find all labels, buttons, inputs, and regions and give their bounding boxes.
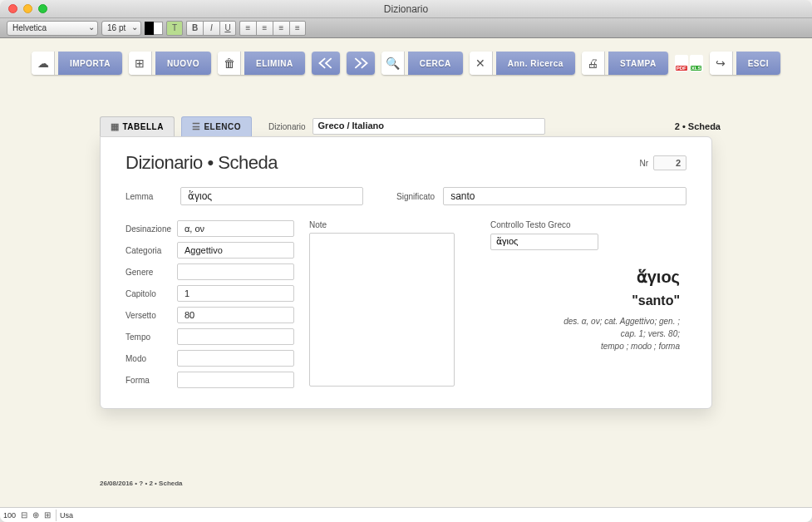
categoria-label: Categoria: [125, 246, 172, 255]
lemma-label: Lemma: [125, 192, 172, 201]
categoria-input[interactable]: [177, 242, 294, 259]
desinazione-input[interactable]: [177, 220, 294, 237]
double-arrow-left-icon: [317, 57, 334, 70]
zoom-reset-icon[interactable]: ⊕: [31, 510, 41, 520]
preview-column: Controllo Testo Greco ἅγιος "santo" des.…: [490, 220, 687, 388]
modo-label: Modo: [125, 354, 172, 363]
nr-field[interactable]: 2: [653, 155, 687, 170]
desinazione-label: Desinazione: [125, 224, 172, 234]
export-icons: [675, 52, 703, 75]
lemma-input[interactable]: [180, 187, 363, 205]
align-left-button[interactable]: ≡: [239, 21, 256, 36]
export-pdf-icon[interactable]: [675, 55, 688, 71]
preview-lemma: ἅγιος: [490, 267, 680, 287]
titlebar: Dizionario: [0, 0, 812, 18]
elimina-button[interactable]: 🗑 ELIMINA: [218, 52, 305, 75]
preview-translation: "santo": [490, 293, 680, 308]
zoom-out-icon[interactable]: ⊟: [19, 510, 29, 520]
preview-meta: des. α, ον; cat. Aggettivo; gen. ; cap. …: [490, 315, 680, 352]
card-title: Dizionario • Scheda: [125, 152, 278, 174]
nuovo-button[interactable]: ⊞ NUOVO: [129, 52, 211, 75]
columns: Desinazione Categoria Genere Capitolo Ve…: [125, 220, 687, 388]
note-column: Note: [309, 220, 475, 388]
traffic-lights: [0, 4, 47, 13]
style-group: B I U: [186, 21, 236, 36]
font-select[interactable]: Helvetica: [7, 21, 98, 36]
align-right-button[interactable]: ≡: [273, 21, 289, 36]
forma-label: Forma: [125, 376, 172, 385]
window-title: Dizionario: [384, 3, 428, 15]
exit-icon: ↪: [710, 52, 733, 75]
tempo-label: Tempo: [125, 332, 172, 342]
tab-elenco[interactable]: ☰ ELENCO: [181, 116, 252, 136]
fill-color-icon: [154, 22, 164, 35]
color-swatch[interactable]: [145, 22, 163, 35]
nr-label: Nr: [639, 159, 648, 168]
footer-meta: 26/08/2016 • ? • 2 • Scheda: [100, 480, 183, 487]
capitolo-label: Capitolo: [125, 289, 172, 298]
dict-label: Dizionario: [268, 122, 305, 131]
modo-input[interactable]: [177, 350, 294, 367]
print-icon: 🖨: [582, 52, 605, 75]
ann-ricerca-button[interactable]: ✕ Ann. Ricerca: [470, 52, 575, 75]
zoom-controls: ⊟ ⊕ ⊞: [19, 510, 52, 520]
note-label: Note: [309, 220, 356, 229]
capitolo-input[interactable]: [177, 285, 294, 302]
zoom-in-icon[interactable]: ⊞: [42, 510, 52, 520]
genere-input[interactable]: [177, 263, 294, 280]
align-group: ≡ ≡ ≡ ≡: [239, 21, 306, 36]
genere-label: Genere: [125, 268, 172, 277]
italic-button[interactable]: I: [203, 21, 219, 36]
stampa-button[interactable]: 🖨 STAMPA: [582, 52, 668, 75]
controllo-label: Controllo Testo Greco: [490, 220, 687, 229]
status-user: Usa: [60, 511, 73, 520]
cancel-search-icon: ✕: [470, 52, 493, 75]
dict-field[interactable]: Greco / Italiano: [312, 118, 545, 135]
tab-tabella[interactable]: ▦ TABELLA: [100, 116, 175, 136]
font-size-select[interactable]: 16 pt: [101, 21, 141, 36]
minimize-window-button[interactable]: [23, 4, 32, 13]
align-justify-button[interactable]: ≡: [289, 21, 306, 36]
significato-input[interactable]: [443, 187, 687, 205]
underline-button[interactable]: U: [219, 21, 236, 36]
text-tool-button[interactable]: T: [166, 21, 183, 36]
fields-column: Desinazione Categoria Genere Capitolo Ve…: [125, 220, 294, 388]
cloud-download-icon: ☁: [32, 52, 55, 75]
plus-icon: ⊞: [129, 52, 152, 75]
tabs-row: ▦ TABELLA ☰ ELENCO Dizionario Greco / It…: [0, 83, 812, 136]
significato-label: Significato: [396, 192, 435, 201]
preview-panel: ἅγιος "santo" des. α, ον; cat. Aggettivo…: [490, 267, 687, 352]
importa-button[interactable]: ☁ IMPORTA: [32, 52, 122, 75]
cerca-button[interactable]: 🔍 CERCA: [381, 52, 463, 75]
export-xls-icon[interactable]: [690, 55, 703, 71]
note-textarea[interactable]: [309, 233, 455, 387]
versetto-input[interactable]: [177, 307, 294, 323]
controllo-input[interactable]: [490, 234, 598, 250]
close-window-button[interactable]: [8, 4, 17, 13]
prev-record-button[interactable]: [312, 52, 340, 75]
zoom-window-button[interactable]: [38, 4, 47, 13]
versetto-label: Versetto: [125, 311, 172, 320]
double-arrow-right-icon: [352, 57, 369, 70]
forma-input[interactable]: [177, 372, 294, 388]
tempo-input[interactable]: [177, 328, 294, 345]
lemma-row: Lemma Significato: [125, 187, 687, 205]
app-window: Dizionario Helvetica 16 pt T B I U ≡ ≡ ≡…: [0, 0, 812, 522]
table-icon: ▦: [111, 121, 120, 132]
content-area: ☁ IMPORTA ⊞ NUOVO 🗑 ELIMINA 🔍 CERCA: [0, 38, 812, 507]
list-icon: ☰: [192, 121, 201, 132]
divider: [56, 510, 57, 521]
esci-button[interactable]: ↪ ESCI: [710, 52, 780, 75]
zoom-value: 100: [3, 511, 16, 520]
align-center-button[interactable]: ≡: [256, 21, 273, 36]
record-counter: 2 • Scheda: [675, 121, 721, 131]
nr-group: Nr 2: [639, 155, 687, 170]
next-record-button[interactable]: [347, 52, 375, 75]
card-header: Dizionario • Scheda Nr 2: [125, 152, 687, 174]
status-bar: 100 ⊟ ⊕ ⊞ Usa: [0, 507, 812, 522]
trash-icon: 🗑: [218, 52, 241, 75]
search-icon: 🔍: [381, 52, 405, 75]
text-color-icon: [145, 22, 154, 35]
format-bar: Helvetica 16 pt T B I U ≡ ≡ ≡ ≡: [0, 18, 812, 38]
bold-button[interactable]: B: [186, 21, 203, 36]
